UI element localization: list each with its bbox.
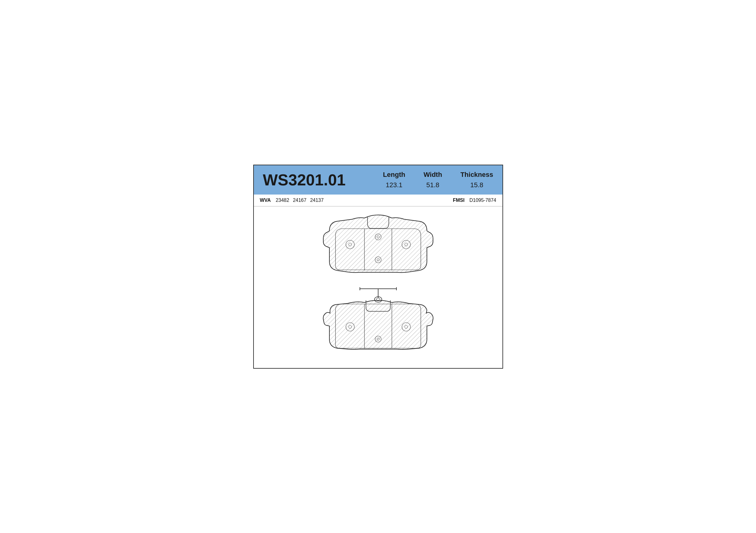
- header: WS3201.01 Length 123.1 Width 51.8 Thickn…: [254, 165, 502, 195]
- wva-group: WVA 23482 24167 24137: [260, 198, 324, 203]
- part-number: WS3201.01: [263, 171, 354, 189]
- fmsi-label: FMSI: [453, 198, 464, 203]
- info-row: WVA 23482 24167 24137 FMSI D1095-7874: [254, 195, 502, 207]
- spring-clip: [360, 287, 396, 302]
- product-card: WS3201.01 Length 123.1 Width 51.8 Thickn…: [253, 165, 503, 369]
- length-label: Length: [383, 171, 405, 179]
- length-col: Length 123.1: [383, 171, 405, 189]
- wva-value-3: 24137: [310, 198, 324, 203]
- fmsi-group: FMSI D1095-7874: [453, 198, 496, 203]
- wva-value-2: 24167: [293, 198, 307, 203]
- brake-pad-top: [305, 212, 451, 280]
- fmsi-value: D1095-7874: [469, 198, 496, 203]
- drawings-area: [254, 207, 502, 368]
- length-value: 123.1: [386, 181, 402, 189]
- thickness-col: Thickness 15.8: [460, 171, 493, 189]
- width-col: Width 51.8: [423, 171, 442, 189]
- thickness-value: 15.8: [470, 181, 483, 189]
- thickness-label: Thickness: [460, 171, 493, 179]
- brake-pad-bottom: [305, 283, 451, 359]
- wva-value-1: 23482: [276, 198, 289, 203]
- width-label: Width: [423, 171, 442, 179]
- width-value: 51.8: [426, 181, 439, 189]
- dimensions: Length 123.1 Width 51.8 Thickness 15.8: [383, 171, 493, 189]
- wva-label: WVA: [260, 198, 271, 203]
